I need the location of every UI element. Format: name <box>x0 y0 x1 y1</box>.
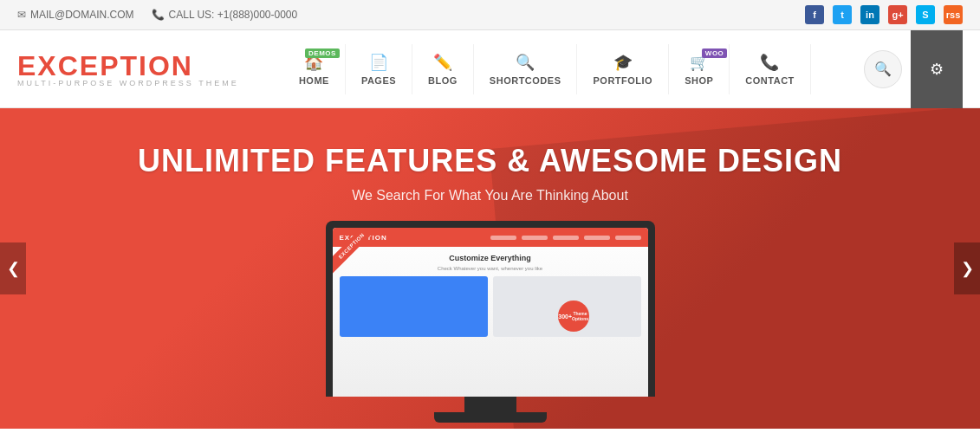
email-info: ✉ MAIL@DOMAIN.COM <box>17 9 134 21</box>
facebook-icon[interactable]: f <box>805 5 824 24</box>
screen-nav-item <box>584 236 610 240</box>
hero-text: UNLIMITED FEATURES & AWESOME DESIGN We S… <box>138 143 842 204</box>
slider-next-button[interactable]: ❯ <box>954 242 980 294</box>
top-bar-contact: ✉ MAIL@DOMAIN.COM 📞 CALL US: +1(888)000-… <box>17 9 297 21</box>
woo-badge: WOO <box>702 48 728 58</box>
monitor-stand: ★ <box>326 397 655 429</box>
shortcodes-icon: 🔍 <box>516 53 535 72</box>
chevron-right-icon: ❯ <box>961 259 974 278</box>
logo[interactable]: EXCEPTION MULTI-PURPOSE WORDPRESS THEME <box>17 50 239 87</box>
twitter-icon[interactable]: t <box>833 5 852 24</box>
monitor-mockup: EXCEPTION Customize Everything <box>326 221 655 429</box>
mail-icon: ✉ <box>17 9 26 21</box>
nav-label-shortcodes: SHORTCODES <box>490 75 561 86</box>
nav-item-pages[interactable]: 📄 PAGES <box>346 44 412 94</box>
social-icons: f t in g+ S rss <box>805 5 963 24</box>
screen-subline: Check Whatever you want, whenever you li… <box>438 266 542 271</box>
nav-item-home[interactable]: 🏠 HOME DEMOS <box>283 44 346 94</box>
monitor-body: EXCEPTION Customize Everything <box>326 221 655 397</box>
search-button[interactable]: 🔍 <box>864 50 902 88</box>
hero-title: UNLIMITED FEATURES & AWESOME DESIGN <box>138 143 842 179</box>
portfolio-icon: 🎓 <box>613 53 633 72</box>
monitor-screen: EXCEPTION Customize Everything <box>333 228 648 397</box>
screen-headline: Customize Everything <box>449 254 531 262</box>
contact-icon: 📞 <box>760 53 780 72</box>
nav-item-blog[interactable]: ✏️ BLOG <box>412 44 474 94</box>
screen-nav-item <box>522 236 548 240</box>
chevron-left-icon: ❮ <box>7 259 20 278</box>
nav-label-contact: CONTACT <box>745 75 794 86</box>
nav-item-shop[interactable]: 🛒 SHOP WOO <box>669 44 730 94</box>
nav-item-shortcodes[interactable]: 🔍 SHORTCODES <box>474 44 578 94</box>
main-nav: 🏠 HOME DEMOS 📄 PAGES ✏️ BLOG 🔍 SHORTCODE… <box>283 44 811 94</box>
nav-label-blog: BLOG <box>428 75 458 86</box>
screen-panel-right: 300+ThemeOptions <box>493 276 641 337</box>
phone-info: 📞 CALL US: +1(888)000-0000 <box>152 9 298 21</box>
logo-subtitle: MULTI-PURPOSE WORDPRESS THEME <box>17 79 239 87</box>
blog-icon: ✏️ <box>433 53 453 72</box>
linkedin-icon[interactable]: in <box>860 5 879 24</box>
skype-icon[interactable]: S <box>916 5 935 24</box>
settings-button[interactable]: ⚙ <box>911 30 963 108</box>
slider-prev-button[interactable]: ❮ <box>0 242 26 294</box>
googleplus-icon[interactable]: g+ <box>888 5 907 24</box>
phone-icon: 📞 <box>152 9 165 21</box>
header: EXCEPTION MULTI-PURPOSE WORDPRESS THEME … <box>0 30 980 108</box>
nav-label-pages: PAGES <box>361 75 396 86</box>
screen-nav-item <box>553 236 579 240</box>
screen-nav-item <box>615 236 641 240</box>
monitor-ribbon <box>333 228 393 288</box>
hero-subtitle: We Search For What You Are Thinking Abou… <box>138 188 842 204</box>
nav-item-contact[interactable]: 📞 CONTACT <box>730 44 810 94</box>
search-icon: 🔍 <box>874 61 892 77</box>
monitor-star: ★ <box>484 425 497 429</box>
nav-label-portfolio: PORTFOLIO <box>593 75 652 86</box>
hero-section: UNLIMITED FEATURES & AWESOME DESIGN We S… <box>0 108 980 429</box>
screen-badge: 300+ThemeOptions <box>558 301 589 332</box>
logo-text: EXCEPTION <box>17 50 239 82</box>
demos-badge: DEMOS <box>305 48 340 58</box>
gear-icon: ⚙ <box>930 60 944 79</box>
monitor-base <box>434 412 547 423</box>
nav-label-shop: SHOP <box>685 75 713 86</box>
nav-label-home: HOME <box>299 75 329 86</box>
screen-nav-item <box>490 236 516 240</box>
monitor-neck <box>464 397 516 412</box>
nav-item-portfolio[interactable]: 🎓 PORTFOLIO <box>577 44 669 94</box>
screen-nav <box>490 236 641 240</box>
rss-icon[interactable]: rss <box>944 5 963 24</box>
top-bar: ✉ MAIL@DOMAIN.COM 📞 CALL US: +1(888)000-… <box>0 0 980 30</box>
pages-icon: 📄 <box>369 53 389 72</box>
